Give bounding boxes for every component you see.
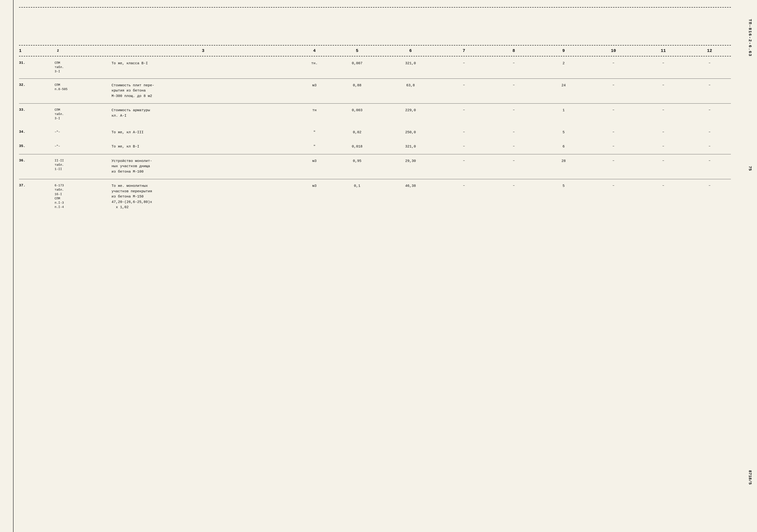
col-header-11: 11 — [638, 48, 688, 53]
row-val9-cell: 2 — [539, 61, 589, 67]
row-val9: 1 — [562, 108, 564, 112]
row-val7: – — [463, 108, 465, 112]
row-val10: – — [612, 183, 614, 187]
row-unit: м3 — [312, 184, 317, 188]
table-row: 37. 6-173 табл. 16-I СПМ п.I-3 п.I-4 То … — [19, 179, 731, 215]
row-number: 36. — [19, 158, 25, 163]
row-num-cell: 36. — [19, 158, 55, 163]
col-header-7: 7 — [439, 48, 489, 53]
row-val8: – — [513, 158, 515, 163]
row-val7: – — [463, 158, 465, 163]
row-num-cell: 32. — [19, 83, 55, 87]
row-val11-cell: – — [638, 61, 688, 65]
row-number: 31. — [19, 61, 25, 65]
row-desc-cell: То же, кл В-I — [111, 144, 297, 150]
row-val9: 24 — [561, 83, 566, 88]
row-val6-cell: 63,8 — [382, 83, 439, 88]
row-val5: 0,018 — [352, 145, 362, 149]
row-val7-cell: – — [439, 144, 489, 148]
row-description: То же, класса В-I — [111, 61, 148, 66]
row-unit-cell: м3 — [297, 83, 332, 88]
margin-bot-label: 8718/5 — [748, 470, 752, 485]
row-val5: 0,95 — [353, 159, 361, 163]
row-val12-cell: – — [688, 130, 731, 134]
row-ref-cell: –"– — [55, 144, 111, 149]
row-val6-cell: 29,30 — [382, 158, 439, 164]
row-val11: – — [662, 130, 664, 134]
row-val8: – — [513, 108, 515, 112]
row-val10: – — [612, 61, 614, 65]
row-val11-cell: – — [638, 144, 688, 148]
row-val10-cell: – — [589, 158, 638, 163]
row-val7: – — [463, 144, 465, 148]
col-header-2: 2 — [55, 49, 111, 53]
row-val12-cell: – — [688, 183, 731, 187]
row-ref-cell: СПМ табл. 3-I — [55, 61, 111, 74]
row-val11: – — [662, 144, 664, 148]
row-unit-cell: м3 — [297, 183, 332, 189]
row-val7-cell: – — [439, 158, 489, 163]
row-val10-cell: – — [589, 83, 638, 87]
row-val8-cell: – — [489, 144, 539, 148]
row-val5: 0,007 — [352, 61, 362, 66]
row-val8-cell: – — [489, 158, 539, 163]
row-val11: – — [662, 83, 664, 87]
row-val8-cell: – — [489, 108, 539, 112]
row-val9-cell: 24 — [539, 83, 589, 88]
row-val11: – — [662, 158, 664, 163]
row-description: То же, кл А-III — [111, 130, 143, 134]
row-desc-cell: Стоимость арматуры кл. А-I — [111, 108, 297, 119]
row-unit: " — [313, 130, 316, 134]
top-dashed-line — [19, 7, 731, 31]
row-num-cell: 37. — [19, 183, 55, 187]
row-val11-cell: – — [638, 83, 688, 87]
row-desc-cell: То же. монолитных участков перекрытия из… — [111, 183, 297, 210]
row-val5: 0,88 — [353, 83, 361, 88]
row-val7: – — [463, 130, 465, 134]
row-val7-cell: – — [439, 83, 489, 87]
row-val5-cell: 0,95 — [332, 158, 382, 164]
row-description: Устройство монолит- ных участков днища и… — [111, 159, 152, 174]
row-val12-cell: – — [688, 61, 731, 65]
row-number: 35. — [19, 144, 25, 148]
row-val6-cell: 250,0 — [382, 130, 439, 135]
row-val10: – — [612, 130, 614, 134]
row-val12: – — [708, 144, 711, 148]
col-header-1: 1 — [19, 48, 55, 53]
row-val11-cell: – — [638, 183, 688, 187]
row-val8: – — [513, 130, 515, 134]
row-val11: – — [662, 61, 664, 65]
row-val12-cell: – — [688, 158, 731, 163]
row-val8: – — [513, 144, 515, 148]
row-val6: 63,8 — [406, 83, 415, 88]
row-val6: 229,0 — [405, 108, 416, 112]
main-content: 1 2 3 4 5 6 7 8 9 10 11 12 31. СПМ табл.… — [14, 0, 736, 532]
row-number: 32. — [19, 83, 25, 87]
row-description: То же. монолитных участков перекрытия из… — [111, 184, 152, 209]
table-row: 32. СПМ п.8-505 Стоимость плит пере- кры… — [19, 78, 731, 104]
row-val9-cell: 6 — [539, 144, 589, 150]
row-val11-cell: – — [638, 158, 688, 163]
row-val10-cell: – — [589, 108, 638, 112]
row-val12: – — [708, 130, 711, 134]
row-desc-cell: То же, класса В-I — [111, 61, 297, 67]
col-header-6: 6 — [382, 48, 439, 53]
row-description: Стоимость арматуры кл. А-I — [111, 108, 150, 118]
row-unit: м3 — [312, 159, 317, 163]
row-val12-cell: – — [688, 144, 731, 148]
row-reference: II-II табл. 1-II — [55, 159, 64, 171]
row-val7: – — [463, 61, 465, 65]
table-row: 36. II-II табл. 1-II Устройство монолит-… — [19, 154, 731, 179]
row-val11: – — [662, 108, 664, 112]
row-val6-cell: 229,0 — [382, 108, 439, 113]
col-header-10: 10 — [589, 48, 638, 53]
row-reference: 6-173 табл. 16-I СПМ п.I-3 п.I-4 — [55, 184, 64, 209]
row-unit-cell: " — [297, 144, 332, 150]
row-val10-cell: – — [589, 183, 638, 187]
row-val7-cell: – — [439, 130, 489, 134]
row-description: То же, кл В-I — [111, 145, 139, 149]
table-row: 35. –"– То же, кл В-I " 0,018 321,0 – – … — [19, 140, 731, 154]
row-ref-cell: –"– — [55, 130, 111, 134]
row-ref-cell: II-II табл. 1-II — [55, 158, 111, 172]
row-num-cell: 31. — [19, 61, 55, 65]
